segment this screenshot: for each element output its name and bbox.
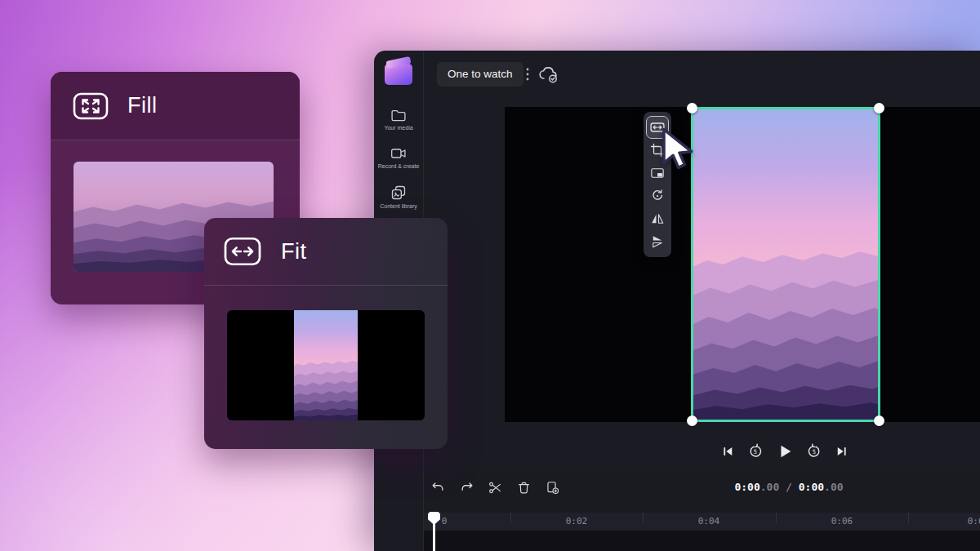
forward-5s-icon: 5: [806, 443, 822, 460]
video-camera-icon: [390, 146, 407, 161]
sidebar-item-label: Your media: [374, 125, 423, 131]
fit-mountain-image: [294, 310, 358, 420]
fill-card-header: Fill: [51, 72, 300, 140]
rotate-button[interactable]: [647, 185, 668, 207]
timeline-toolbar: [429, 478, 561, 496]
ruler-tick: [510, 513, 511, 523]
current-time-fraction: .00: [760, 481, 779, 493]
screenshot-root: Your media Record & create Content libra…: [0, 0, 980, 551]
ruler-label: 0:08: [968, 516, 980, 527]
add-media-icon: [545, 480, 560, 495]
skip-to-end-button[interactable]: [833, 442, 851, 460]
sidebar-item-record-create[interactable]: Record & create: [374, 146, 423, 170]
editor-window: Your media Record & create Content libra…: [374, 51, 980, 551]
fit-preview-letterbox: [227, 310, 425, 420]
sidebar-item-label: Record & create: [374, 163, 423, 170]
fit-preview-image: [294, 310, 358, 420]
resize-handle-top-left[interactable]: [687, 103, 697, 113]
fit-icon: [222, 234, 263, 269]
timeline-ruler[interactable]: 0 0:02 0:04 0:06 0:08: [424, 513, 980, 531]
content-library-icon: [390, 184, 407, 201]
cloud-check-icon: [537, 64, 560, 85]
project-title[interactable]: One to watch: [437, 62, 523, 87]
sidebar-item-label: Content library: [374, 203, 423, 210]
resize-handle-bottom-right[interactable]: [874, 415, 884, 426]
delete-button[interactable]: [514, 478, 532, 496]
time-display: 0:00.00 / 0:00.00: [734, 481, 843, 493]
split-button[interactable]: [486, 478, 504, 496]
resize-handle-bottom-left[interactable]: [687, 415, 697, 426]
ruler-label: 0:04: [698, 516, 720, 527]
add-media-button[interactable]: [543, 478, 561, 496]
fit-card-label: Fit: [281, 239, 307, 264]
playhead-line: [433, 522, 435, 551]
preview-stage: [505, 107, 980, 422]
skip-to-end-icon: [835, 444, 849, 459]
timeline-track[interactable]: [424, 531, 980, 551]
cloud-sync-button[interactable]: [537, 64, 560, 85]
fit-card-header: Fit: [204, 218, 448, 286]
svg-text:5: 5: [813, 448, 816, 455]
kebab-icon: [522, 67, 533, 82]
timeline-panel: 0:00.00 / 0:00.00 0 0:02 0:04 0:06 0:08: [424, 473, 980, 551]
total-time: 0:00: [799, 481, 824, 493]
redo-button[interactable]: [457, 478, 475, 496]
play-icon: [776, 442, 794, 460]
transport-controls: 5 5: [719, 441, 851, 462]
ruler-tick: [643, 513, 644, 523]
svg-text:5: 5: [754, 448, 757, 455]
total-time-fraction: .00: [824, 481, 843, 493]
ruler-tick: [908, 513, 909, 523]
forward-5s-button[interactable]: 5: [805, 442, 823, 460]
rotate-icon: [650, 189, 665, 203]
undo-button[interactable]: [429, 478, 447, 496]
current-time: 0:00: [734, 481, 760, 493]
clip-image: [693, 109, 878, 420]
play-button[interactable]: [774, 441, 795, 462]
sidebar-item-your-media[interactable]: Your media: [374, 108, 423, 131]
sidebar-item-content-library[interactable]: Content library: [374, 184, 423, 210]
undo-icon: [430, 480, 446, 495]
ruler-label: 0:02: [566, 516, 588, 527]
mouse-cursor-icon: [658, 126, 704, 171]
trash-icon: [516, 480, 532, 495]
scissors-icon: [488, 480, 503, 495]
ruler-tick: [776, 513, 777, 523]
fill-card-label: Fill: [127, 93, 158, 118]
skip-to-start-icon: [720, 444, 735, 459]
clipchamp-logo[interactable]: [385, 64, 412, 85]
flip-horizontal-icon: [650, 211, 665, 226]
fill-icon: [72, 90, 109, 122]
flip-vertical-icon: [650, 234, 665, 249]
flip-vertical-button[interactable]: [647, 231, 668, 252]
rewind-5s-icon: 5: [747, 443, 764, 460]
ruler-label: 0:06: [831, 516, 853, 527]
more-menu-button[interactable]: [522, 67, 533, 82]
rewind-5s-button[interactable]: 5: [746, 442, 764, 460]
redo-icon: [459, 480, 474, 495]
ruler-label: 0: [442, 516, 448, 527]
skip-to-start-button[interactable]: [719, 442, 737, 460]
flip-horizontal-button[interactable]: [647, 208, 668, 229]
fit-card: Fit: [204, 218, 448, 449]
selected-clip[interactable]: [691, 107, 880, 422]
resize-handle-top-right[interactable]: [874, 103, 884, 113]
folder-icon: [390, 108, 407, 122]
